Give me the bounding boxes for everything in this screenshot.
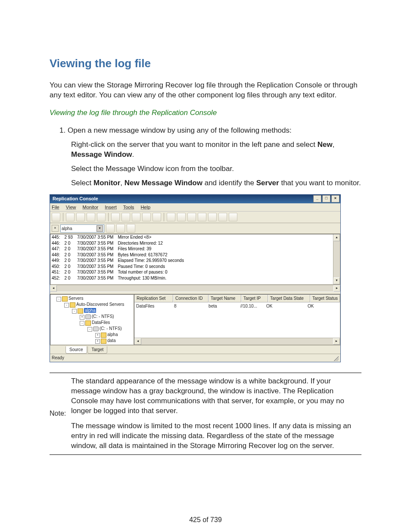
statusbar: Ready	[50, 354, 340, 362]
grid-header: Replication Set Connection ID Target Nam…	[134, 295, 340, 302]
message-toolbar: × alpha ▼	[50, 223, 340, 234]
vertical-scrollbar[interactable]: ▲ ▼	[333, 234, 340, 284]
step-1: Open a new message window by using any o…	[68, 126, 361, 136]
connections-grid[interactable]: Replication Set Connection ID Target Nam…	[134, 294, 340, 345]
scroll-down-icon[interactable]: ▼	[333, 277, 340, 284]
expander-icon[interactable]: -	[56, 297, 61, 302]
expander-icon[interactable]: -	[87, 327, 92, 332]
chevron-down-icon[interactable]: ▼	[97, 225, 103, 232]
log-row: 446:2 07/30/2007 3:55 PMDirectories Mirr…	[50, 240, 187, 246]
grid-row[interactable]: DataFiles 8 beta //10.10... OK OK	[134, 303, 340, 309]
close-pane-icon[interactable]: ×	[52, 225, 59, 232]
section-subheading: Viewing the log file through the Replica…	[50, 108, 361, 118]
expander-icon[interactable]: -	[64, 303, 69, 308]
tab-target[interactable]: Target	[87, 346, 107, 354]
grid-hscrollbar[interactable]: ◄ ►	[134, 338, 340, 345]
scroll-left-icon[interactable]: ◄	[134, 338, 141, 345]
menu-view[interactable]: View	[66, 205, 76, 210]
titlebar[interactable]: Replication Console _ □ ×	[50, 195, 340, 203]
tab-source[interactable]: Source	[65, 346, 87, 354]
drive-icon	[85, 314, 91, 319]
bottom-tabs: Source Target	[50, 345, 340, 354]
toolbar-button-icon[interactable]	[66, 213, 75, 221]
toolbar-button-icon[interactable]	[187, 213, 196, 221]
server-tree[interactable]: -Servers -Auto-Discovered Servers -alpha…	[50, 294, 134, 345]
server-icon	[78, 308, 83, 314]
col-target-name[interactable]: Target Name	[209, 295, 241, 302]
menu-insert[interactable]: Insert	[105, 205, 117, 210]
toolbar-button-icon[interactable]	[142, 213, 151, 221]
toolbar-button-icon[interactable]	[153, 213, 161, 221]
clear-icon[interactable]	[116, 224, 125, 233]
expander-icon[interactable]: +	[95, 333, 100, 338]
menu-tools[interactable]: Tools	[123, 205, 134, 210]
log-row: 447:2 07/30/2007 3:55 PMFiles Mirrored: …	[50, 246, 187, 252]
scroll-right-icon[interactable]: ►	[333, 338, 340, 345]
toolbar-button-icon[interactable]	[132, 213, 140, 221]
log-row: 452:2 07/30/2007 3:55 PMThroughput: 130 …	[50, 275, 187, 281]
status-text: Ready	[52, 355, 64, 361]
toolbar-button-icon[interactable]	[76, 213, 85, 221]
toolbar-separator	[63, 213, 63, 221]
drive-icon	[93, 327, 99, 331]
folder-icon	[62, 296, 68, 302]
substep-a: Right-click on the server that you want …	[71, 140, 361, 160]
message-log-pane[interactable]: 445:2 937/30/2007 3:55 PMMirror Ended <8…	[50, 234, 340, 285]
menu-help[interactable]: Help	[140, 205, 150, 210]
log-row: 449:2 07/30/2007 3:55 PMElapsed Time: 26…	[50, 258, 187, 264]
folder-icon	[101, 333, 106, 338]
log-row: 451:2 07/30/2007 3:55 PMTotal number of …	[50, 269, 187, 275]
scroll-up-icon[interactable]: ▲	[333, 234, 340, 241]
expander-icon[interactable]: +	[80, 315, 84, 320]
note-paragraph: The message window is limited to the mos…	[71, 421, 361, 451]
folder-icon	[70, 302, 75, 308]
col-target-data-state[interactable]: Target Data State	[268, 295, 310, 302]
window-title: Replication Console	[53, 196, 98, 202]
substep-b: Select the Message Window icon from the …	[71, 164, 361, 174]
toolbar-button-icon[interactable]	[218, 213, 227, 221]
expander-icon[interactable]: -	[80, 321, 84, 326]
maximize-button[interactable]: □	[322, 195, 330, 202]
toolbar-separator	[164, 213, 164, 221]
note-paragraph: The standard appearance of the message w…	[71, 376, 361, 416]
close-button[interactable]: ×	[331, 195, 339, 202]
toolbar-button-icon[interactable]	[121, 213, 130, 221]
toolbar-button-icon[interactable]	[208, 213, 217, 221]
toolbar-button-icon[interactable]	[87, 213, 95, 221]
note-block: Note: The standard appearance of the mes…	[50, 373, 361, 455]
col-connection-id[interactable]: Connection ID	[173, 295, 209, 302]
expander-icon[interactable]: +	[95, 339, 100, 344]
folder-icon	[101, 339, 106, 344]
server-combo[interactable]: alpha ▼	[60, 224, 104, 233]
pause-icon[interactable]	[106, 224, 115, 233]
copy-icon[interactable]	[127, 224, 135, 233]
log-row: 448:2 07/30/2007 3:55 PMBytes Mirrored: …	[50, 252, 187, 258]
note-label: Note:	[50, 409, 71, 418]
col-target-ip[interactable]: Target IP	[241, 295, 268, 302]
toolbar-button-icon[interactable]	[177, 213, 186, 221]
col-replication-set[interactable]: Replication Set	[134, 295, 173, 302]
toolbar-button-icon[interactable]	[52, 213, 60, 221]
log-row: 450:2 07/30/2007 3:55 PMPaused Time: 0 s…	[50, 264, 187, 270]
toolbar-button-icon[interactable]	[167, 213, 175, 221]
page-number: 425 of 739	[50, 515, 361, 525]
toolbar-button-icon[interactable]	[97, 213, 106, 221]
minimize-button[interactable]: _	[313, 195, 321, 202]
toolbar-button-icon[interactable]	[111, 213, 120, 221]
substep-c: Select Monitor, New Message Window and i…	[71, 178, 361, 188]
menu-file[interactable]: File	[52, 205, 59, 210]
horizontal-scrollbar[interactable]: ◄ ►	[50, 285, 340, 292]
toolbar-button-icon[interactable]	[198, 213, 206, 221]
resize-grip-icon[interactable]	[333, 355, 339, 361]
toolbar-button-icon[interactable]	[229, 213, 237, 221]
scroll-right-icon[interactable]: ►	[333, 285, 340, 292]
tree-item-selected[interactable]: alpha	[84, 308, 96, 313]
folder-icon	[85, 320, 91, 326]
log-table: 445:2 937/30/2007 3:55 PMMirror Ended <8…	[50, 234, 187, 281]
expander-icon[interactable]: -	[72, 309, 77, 314]
menu-monitor[interactable]: Monitor	[83, 205, 99, 210]
screenshot-replication-console: Replication Console _ □ × File View Moni…	[50, 194, 361, 362]
col-target-status[interactable]: Target Status	[310, 295, 340, 302]
scroll-left-icon[interactable]: ◄	[50, 285, 57, 292]
intro-paragraph: You can view the Storage Mirroring Recov…	[50, 81, 361, 100]
